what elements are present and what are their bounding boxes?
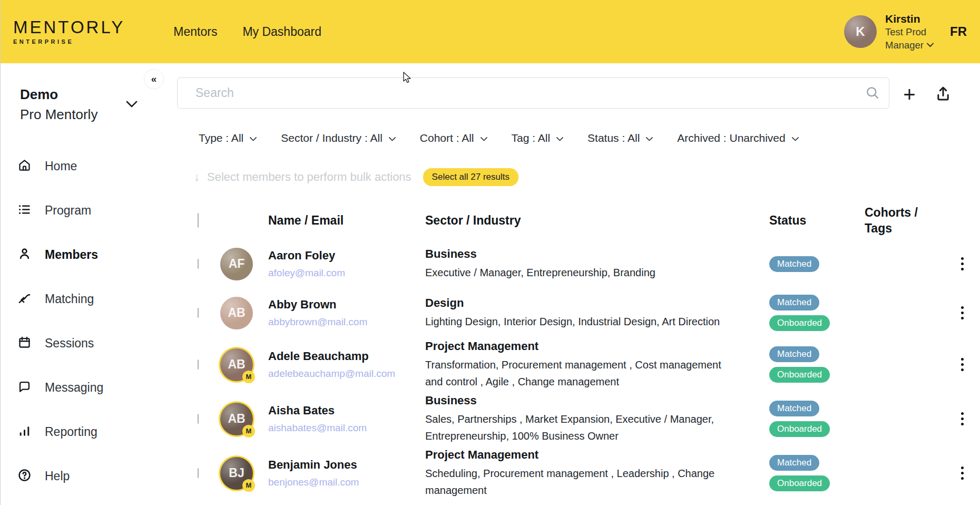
mentor-badge-icon: M — [242, 371, 255, 383]
calendar-icon — [17, 335, 32, 352]
column-header-sector-industry: Sector / Industry — [425, 213, 769, 228]
table-row: AB M Adele Beauchamp adelebeauchamp@mail… — [164, 337, 980, 392]
user-menu[interactable]: Kirstin Test Prod Manager — [885, 12, 934, 52]
sidebar-item-matching[interactable]: Matching — [1, 277, 164, 321]
status-badge: Onboarded — [769, 315, 830, 331]
filter-archived[interactable]: Archived : Unarchived — [677, 132, 799, 144]
org-title: Demo — [20, 86, 164, 103]
brand-logo[interactable]: MENTORLY ENTERPRISE — [13, 18, 125, 45]
member-avatar[interactable]: AB M — [220, 403, 253, 435]
column-header-cohorts-tags: Cohorts / Tags — [865, 205, 933, 236]
chevron-down-icon — [388, 132, 396, 144]
member-email[interactable]: aishabates@mail.com — [268, 422, 425, 434]
mentor-badge-icon: M — [242, 479, 255, 492]
help-icon — [17, 468, 32, 484]
chevron-down-icon — [926, 38, 934, 51]
user-role-line2: Manager — [885, 38, 934, 52]
row-actions-menu[interactable] — [952, 254, 973, 274]
chevron-down-icon — [791, 132, 799, 144]
sidebar-item-program[interactable]: Program — [1, 188, 164, 232]
sidebar-item-members[interactable]: Members — [1, 232, 164, 277]
chevron-down-icon — [249, 132, 257, 144]
member-email[interactable]: adelebeauchamp@mail.com — [268, 368, 425, 380]
filter-tag[interactable]: Tag : All — [512, 132, 564, 144]
list-icon — [17, 202, 32, 219]
sidebar: Demo Pro Mentorly Home Program — [1, 63, 164, 505]
nav-my-dashboard[interactable]: My Dashboard — [242, 25, 321, 39]
main-content: + Type : All Sector / Industry : All Coh… — [164, 63, 980, 505]
filter-status[interactable]: Status : All — [587, 132, 653, 144]
topbar: MENTORLY ENTERPRISE Mentors My Dashboard… — [1, 0, 980, 63]
topbar-right: K Kirstin Test Prod Manager FR — [844, 12, 967, 52]
user-avatar[interactable]: K — [844, 15, 877, 48]
row-actions-menu[interactable] — [952, 409, 973, 429]
search-icon[interactable] — [865, 85, 880, 102]
member-avatar[interactable]: AB — [220, 297, 253, 329]
member-email[interactable]: benjones@mail.com — [268, 477, 425, 488]
org-switcher[interactable]: Demo Pro Mentorly — [1, 63, 164, 123]
member-sector-detail: Transformation, Procurement management ,… — [425, 356, 733, 390]
avatar-photo — [220, 297, 253, 329]
chevron-down-icon[interactable] — [125, 100, 138, 111]
member-name[interactable]: Abby Brown — [268, 298, 425, 312]
member-email[interactable]: abbybrown@mail.com — [268, 316, 425, 328]
select-all-checkbox[interactable] — [198, 213, 199, 228]
member-name[interactable]: Aaron Foley — [268, 249, 425, 263]
table-row: AF Aaron Foley afoley@mail.com Business … — [164, 239, 980, 288]
export-button[interactable] — [932, 83, 954, 105]
bulk-actions-hint: ↓ Select members to perform bulk actions — [194, 170, 411, 184]
sidebar-collapse-button[interactable]: « — [144, 69, 164, 89]
sidebar-nav: Home Program Members Matching — [1, 144, 164, 498]
member-name[interactable]: Adele Beauchamp — [268, 349, 425, 363]
row-actions-menu[interactable] — [952, 463, 973, 483]
column-header-status: Status — [769, 213, 865, 228]
top-navigation: Mentors My Dashboard — [173, 25, 321, 39]
sidebar-item-home[interactable]: Home — [1, 144, 164, 188]
person-icon — [17, 247, 32, 263]
home-icon — [17, 158, 32, 174]
search-input[interactable] — [177, 77, 889, 109]
filter-cohort[interactable]: Cohort : All — [420, 132, 488, 144]
member-email[interactable]: afoley@mail.com — [268, 267, 425, 279]
row-checkbox[interactable] — [198, 414, 199, 424]
chevron-down-icon — [645, 132, 653, 144]
add-member-button[interactable]: + — [898, 83, 920, 105]
row-actions-menu[interactable] — [952, 355, 973, 374]
member-name[interactable]: Benjamin Jones — [268, 458, 425, 472]
member-sector-detail: Executive / Manager, Entrepreneurship, B… — [425, 264, 733, 281]
status-badge: Matched — [769, 401, 819, 416]
table-row: AB M Aisha Bates aishabates@mail.com Bus… — [164, 392, 980, 446]
member-sector: Business — [425, 247, 753, 261]
sidebar-item-reporting[interactable]: Reporting — [1, 410, 164, 454]
table-header-row: Name / Email Sector / Industry Status Co… — [164, 201, 980, 239]
nav-mentors[interactable]: Mentors — [173, 25, 217, 39]
brand-name: MENTORLY — [13, 18, 125, 36]
members-table: Name / Email Sector / Industry Status Co… — [164, 201, 980, 500]
member-avatar[interactable]: AB M — [220, 348, 253, 381]
member-name[interactable]: Aisha Bates — [268, 404, 425, 417]
avatar-photo — [220, 248, 253, 280]
member-avatar[interactable]: BJ M — [220, 457, 253, 490]
upload-icon — [934, 85, 952, 104]
row-checkbox[interactable] — [198, 360, 199, 370]
status-badge: Matched — [769, 256, 819, 272]
chat-bubble-icon — [17, 380, 32, 396]
sidebar-item-messaging[interactable]: Messaging — [1, 365, 164, 410]
member-avatar[interactable]: AF — [220, 248, 253, 280]
matching-arrows-icon — [17, 291, 32, 307]
row-actions-menu[interactable] — [952, 303, 973, 323]
filter-type[interactable]: Type : All — [199, 132, 257, 144]
language-toggle[interactable]: FR — [950, 24, 967, 39]
column-header-name-email: Name / Email — [268, 213, 425, 228]
sidebar-item-help[interactable]: Help — [1, 454, 164, 498]
row-checkbox[interactable] — [198, 468, 199, 478]
member-sector: Project Management — [425, 448, 753, 462]
plus-icon: + — [903, 84, 915, 105]
filter-sector-industry[interactable]: Sector / Industry : All — [281, 132, 396, 144]
sidebar-item-sessions[interactable]: Sessions — [1, 321, 164, 365]
select-all-results-button[interactable]: Select all 27 results — [423, 168, 518, 186]
row-checkbox[interactable] — [198, 308, 199, 318]
row-checkbox[interactable] — [198, 259, 199, 269]
status-badge: Matched — [769, 455, 819, 471]
chevron-down-icon — [480, 132, 488, 144]
